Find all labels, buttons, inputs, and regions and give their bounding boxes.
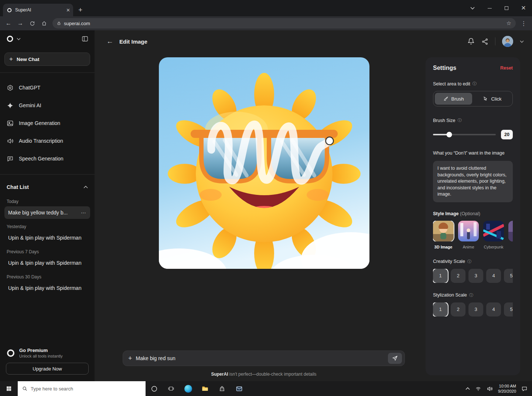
sidebar-item-audio-transcription[interactable]: Audio Transcription <box>0 132 95 150</box>
style-thumb-cyberpunk[interactable] <box>483 221 504 241</box>
edit-canvas[interactable] <box>159 57 369 269</box>
creativity-1-button[interactable]: 1 <box>433 269 448 283</box>
chat-item[interactable]: Upin & Ipin play with Spiderman <box>4 231 90 244</box>
file-explorer-icon[interactable] <box>197 381 214 396</box>
anime-thumb-art <box>458 221 479 241</box>
sidebar-collapse-icon[interactable] <box>81 35 89 43</box>
brush-size-slider[interactable] <box>433 134 496 135</box>
sidebar-header <box>0 30 95 47</box>
settings-panel: Settings Reset Select area to edit ⓘ Bru… <box>426 57 520 375</box>
sidebar-item-image-generation[interactable]: Image Generation <box>0 114 95 132</box>
store-icon[interactable] <box>214 381 231 396</box>
browser-menu-icon[interactable]: ⋮ <box>519 20 529 27</box>
mail-icon[interactable] <box>231 381 248 396</box>
new-tab-button[interactable]: + <box>73 4 88 16</box>
address-bar[interactable]: superai.com ☆ <box>52 18 516 28</box>
page-title: Edit Image <box>119 38 147 45</box>
slider-knob[interactable] <box>447 132 452 138</box>
notifications-bell-icon[interactable] <box>467 38 475 45</box>
chat-item-title: Upin & Ipin play with Spiderman <box>8 235 86 241</box>
premium-section: Go Premium Unlock all tools instantly Up… <box>0 344 95 381</box>
creativity-4-button[interactable]: 4 <box>486 269 501 283</box>
chevron-up-icon[interactable] <box>83 186 88 189</box>
stylization-scale-options: 1 2 3 4 5 <box>433 302 513 317</box>
info-icon[interactable]: ⓘ <box>473 81 477 87</box>
brush-mode-button[interactable]: Brush <box>435 93 472 105</box>
volume-icon[interactable] <box>487 386 493 392</box>
click-mode-label: Click <box>491 96 501 102</box>
browser-tab[interactable]: SuperAI ✕ <box>3 4 73 16</box>
sidebar: + New Chat ChatGPT Gemini AI Image Gener… <box>0 30 95 381</box>
reset-button[interactable]: Reset <box>500 65 513 71</box>
tab-title: SuperAI <box>15 7 63 13</box>
sidebar-item-gemini[interactable]: Gemini AI <box>0 97 95 114</box>
upgrade-now-button[interactable]: Upgrade Now <box>6 363 89 375</box>
stylization-2-button[interactable]: 2 <box>451 302 466 317</box>
stylization-5-button[interactable]: 5 <box>504 302 513 317</box>
forward-nav-icon[interactable]: → <box>15 18 26 29</box>
chat-item[interactable]: Upin & Ipin play with Spiderman <box>4 282 90 294</box>
sidebar-item-chatgpt[interactable]: ChatGPT <box>0 79 95 97</box>
app-logo-icon[interactable] <box>6 35 14 43</box>
negative-prompt-textarea[interactable]: I want to avoid cluttered backgrounds, o… <box>433 161 513 202</box>
sidebar-divider <box>0 174 95 175</box>
chat-item-selected[interactable]: Make big yellow teddy b... ⋯ <box>4 206 90 219</box>
clock-time: 10:00 AM <box>498 383 516 389</box>
chat-group-label: Today <box>0 194 95 206</box>
stylization-1-button[interactable]: 1 <box>433 302 448 317</box>
style-thumb-3d-image[interactable] <box>433 221 454 241</box>
wifi-icon[interactable] <box>475 386 481 392</box>
logo-chevron-down-icon[interactable] <box>17 38 21 40</box>
back-nav-icon[interactable]: ← <box>3 18 14 29</box>
sidebar-divider <box>0 72 95 73</box>
style-thumb-partial[interactable] <box>508 221 513 241</box>
click-mode-button[interactable]: Click <box>474 93 511 105</box>
chat-list-header[interactable]: Chat List <box>0 180 95 194</box>
attach-plus-icon[interactable]: + <box>128 355 132 362</box>
info-icon[interactable]: ⓘ <box>469 292 474 298</box>
cortana-circle-icon[interactable] <box>146 381 163 396</box>
brush-cursor <box>326 137 334 145</box>
reload-icon[interactable] <box>27 18 38 29</box>
edge-icon[interactable] <box>180 381 197 396</box>
sidebar-item-speech-generation[interactable]: Speech Generation <box>0 150 95 167</box>
tray-chevron-up-icon[interactable] <box>466 387 470 390</box>
brush-size-label: Brush Size <box>433 118 455 123</box>
avatar-chevron-down-icon[interactable] <box>520 40 524 43</box>
sidebar-nav: ChatGPT Gemini AI Image Generation Audio… <box>0 75 95 167</box>
start-button[interactable] <box>0 381 18 396</box>
back-arrow-icon[interactable]: ← <box>106 37 113 45</box>
bookmark-star-icon[interactable]: ☆ <box>507 20 511 27</box>
tab-close-icon[interactable]: ✕ <box>66 8 70 13</box>
style-thumb-anime[interactable] <box>458 221 479 241</box>
info-icon[interactable]: ⓘ <box>457 118 462 123</box>
disclaimer: SuperAI isn't perfect—double-check impor… <box>123 372 405 377</box>
prompt-input[interactable] <box>136 355 384 361</box>
maximize-button[interactable] <box>498 0 515 16</box>
chat-list-title: Chat List <box>7 184 29 190</box>
creativity-5-button[interactable]: 5 <box>504 269 513 283</box>
stylization-3-button[interactable]: 3 <box>468 302 483 317</box>
creativity-2-button[interactable]: 2 <box>451 269 466 283</box>
stylization-4-button[interactable]: 4 <box>486 302 501 317</box>
info-icon[interactable]: ⓘ <box>467 259 472 264</box>
creativity-3-button[interactable]: 3 <box>468 269 483 283</box>
premium-title: Go Premium <box>19 348 62 353</box>
more-options-icon[interactable]: ⋯ <box>81 210 86 216</box>
action-center-icon[interactable] <box>521 386 528 392</box>
task-view-icon[interactable] <box>163 381 180 396</box>
taskbar-clock[interactable]: 10:00 AM 9/20/2020 <box>498 383 516 394</box>
close-button[interactable]: ✕ <box>515 0 532 16</box>
avatar[interactable] <box>502 36 513 47</box>
chat-item[interactable]: Upin & Ipin play with Spiderman <box>4 257 90 269</box>
share-icon[interactable] <box>481 38 488 45</box>
send-button[interactable] <box>388 353 402 364</box>
tab-search-chevron-icon[interactable] <box>464 0 481 16</box>
taskbar-search-input[interactable] <box>31 386 141 392</box>
taskbar-search[interactable] <box>18 381 146 396</box>
minimize-button[interactable] <box>481 0 498 16</box>
new-chat-button[interactable]: + New Chat <box>4 53 90 66</box>
home-icon[interactable] <box>38 18 50 29</box>
sidebar-item-label: Image Generation <box>19 120 60 126</box>
premium-logo-icon <box>6 348 16 358</box>
